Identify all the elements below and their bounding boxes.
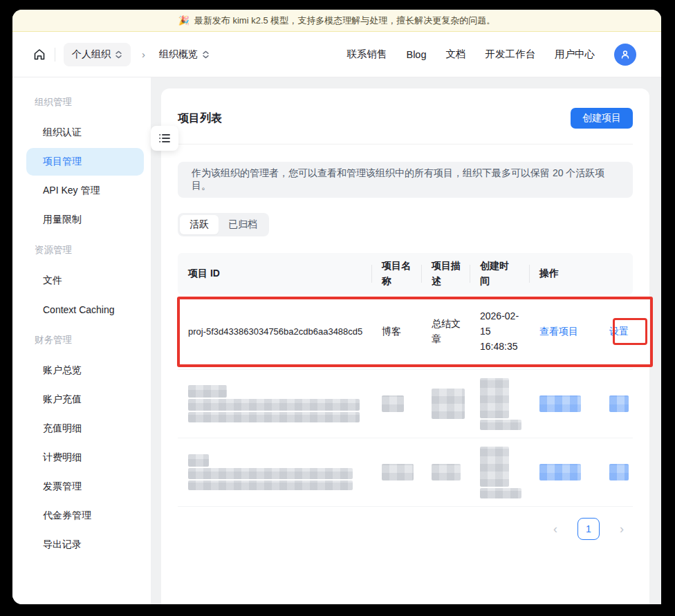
cell-created-at-redacted [470, 447, 529, 498]
person-icon [620, 49, 631, 60]
settings-link[interactable]: 设置 [609, 326, 629, 338]
cell-actions-redacted [529, 464, 633, 480]
org-switcher[interactable]: 个人组织 [64, 43, 131, 66]
pagination: ‹ 1 › [178, 518, 633, 540]
sidebar-item-files[interactable]: 文件 [26, 267, 144, 295]
sidebar-item-invoice[interactable]: 发票管理 [26, 473, 144, 501]
pagination-prev-icon[interactable]: ‹ [544, 518, 566, 540]
table-row-redacted [178, 369, 633, 438]
pagination-next-icon[interactable]: › [611, 518, 633, 540]
create-project-button[interactable]: 创建项目 [571, 108, 633, 129]
divider [55, 48, 55, 62]
top-nav: 联系销售 Blog 文档 开发工作台 用户中心 [346, 44, 636, 66]
sidebar-group-finance: 财务管理 [26, 325, 144, 355]
admin-notice-text: 作为该组织的管理者，您可以查看和管理该组织中的所有项目，组织下最多可以保留 20… [192, 167, 619, 192]
tab-active[interactable]: 活跃 [180, 215, 219, 234]
table-row-redacted [178, 438, 633, 507]
breadcrumb-separator: › [139, 48, 148, 60]
pagination-page-1[interactable]: 1 [577, 518, 600, 540]
table-header-row: 项目 ID 项目名称 项目描述 创建时间 操作 [178, 253, 633, 295]
sidebar-item-usage-limit[interactable]: 用量限制 [26, 206, 144, 234]
app-body: 组织管理 组织认证 项目管理 API Key 管理 用量限制 资源管理 文件 C… [12, 77, 661, 604]
sidebar-item-voucher[interactable]: 代金券管理 [26, 502, 144, 530]
sidebar: 组织管理 组织认证 项目管理 API Key 管理 用量限制 资源管理 文件 C… [12, 77, 151, 604]
sidebar-item-api-key[interactable]: API Key 管理 [26, 177, 144, 205]
breadcrumb: 个人组织 › 组织概览 [33, 43, 212, 66]
col-project-name: 项目名称 [371, 259, 421, 288]
cell-project-name-redacted [371, 464, 421, 480]
sort-chevrons-icon [202, 50, 210, 59]
cell-project-name-redacted [371, 395, 421, 412]
projects-table: 项目 ID 项目名称 项目描述 创建时间 操作 proj-5f3d4338630… [178, 253, 633, 507]
cell-project-name: 博客 [371, 326, 421, 338]
sidebar-item-recharge-details[interactable]: 充值明细 [26, 415, 144, 442]
cell-project-desc-redacted [421, 464, 470, 480]
cell-project-id: proj-5f3d433863034756ba2cdb6aa3488cd5 [178, 325, 371, 339]
top-bar: 个人组织 › 组织概览 联系销售 Blog 文档 开发工作台 [12, 32, 661, 77]
nav-docs[interactable]: 文档 [446, 48, 466, 61]
app-window: 🎉 最新发布 kimi k2.5 模型，支持多模态理解与处理，擅长解决更复杂的问… [12, 10, 661, 604]
sort-chevrons-icon [115, 50, 122, 59]
org-switcher-label: 个人组织 [72, 48, 111, 61]
view-project-link[interactable]: 查看项目 [539, 326, 578, 338]
view-project-link-redacted[interactable] [539, 464, 581, 480]
screenshot-stage: 🎉 最新发布 kimi k2.5 模型，支持多模态理解与处理，擅长解决更复杂的问… [0, 0, 675, 616]
cell-project-desc-redacted [421, 389, 470, 419]
sidebar-group-resource: 资源管理 [26, 235, 144, 265]
sidebar-item-org-auth[interactable]: 组织认证 [26, 119, 144, 147]
sidebar-item-recharge[interactable]: 账户充值 [26, 386, 144, 413]
list-icon [158, 133, 171, 144]
sidebar-item-billing-details[interactable]: 计费明细 [26, 444, 144, 472]
status-tabs: 活跃 已归档 [178, 213, 269, 236]
col-created-at: 创建时间 [470, 259, 529, 288]
sidebar-item-account-overview[interactable]: 账户总览 [26, 357, 144, 384]
cell-created-at-redacted [470, 378, 529, 430]
tab-archived[interactable]: 已归档 [219, 215, 267, 234]
table-row-project-blog: proj-5f3d433863034756ba2cdb6aa3488cd5 博客… [178, 295, 633, 369]
settings-link-redacted[interactable] [609, 464, 629, 480]
col-actions: 操作 [529, 268, 633, 280]
cell-actions-redacted [529, 395, 633, 412]
sidebar-item-export-records[interactable]: 导出记录 [26, 531, 144, 559]
cell-created-at: 2026-02-15 16:48:35 [470, 309, 529, 354]
avatar[interactable] [614, 44, 636, 66]
sidebar-collapse-button[interactable] [151, 126, 178, 151]
announcement-text: 最新发布 kimi k2.5 模型，支持多模态理解与处理，擅长解决更复杂的问题。 [194, 15, 496, 27]
nav-blog[interactable]: Blog [406, 49, 426, 60]
page-title: 项目列表 [178, 111, 222, 126]
nav-contact-sales[interactable]: 联系销售 [346, 48, 387, 61]
sidebar-group-org: 组织管理 [26, 87, 144, 118]
sidebar-item-context-caching[interactable]: Context Caching [26, 296, 144, 324]
view-project-link-redacted[interactable] [539, 395, 581, 412]
nav-user-center[interactable]: 用户中心 [555, 48, 595, 61]
admin-notice: 作为该组织的管理者，您可以查看和管理该组织中的所有项目，组织下最多可以保留 20… [178, 162, 633, 198]
col-project-desc: 项目描述 [421, 259, 470, 288]
section-switcher[interactable]: 组织概览 [156, 48, 212, 61]
card-header: 项目列表 创建项目 [178, 88, 633, 144]
settings-link-redacted[interactable] [609, 395, 629, 412]
home-icon[interactable] [33, 48, 46, 62]
project-list-card: 项目列表 创建项目 作为该组织的管理者，您可以查看和管理该组织中的所有项目，组织… [161, 88, 649, 604]
cell-project-id-redacted [178, 385, 371, 422]
announcement-banner: 🎉 最新发布 kimi k2.5 模型，支持多模态理解与处理，擅长解决更复杂的问… [12, 10, 661, 32]
sidebar-item-project-mgmt[interactable]: 项目管理 [26, 148, 144, 176]
col-project-id: 项目 ID [178, 268, 371, 280]
section-switcher-label: 组织概览 [159, 48, 198, 61]
main-area: 项目列表 创建项目 作为该组织的管理者，您可以查看和管理该组织中的所有项目，组织… [151, 77, 661, 604]
nav-console[interactable]: 开发工作台 [486, 48, 536, 61]
party-popper-icon: 🎉 [178, 15, 189, 26]
cell-project-id-redacted [178, 454, 371, 490]
cell-project-desc: 总结文章 [421, 317, 470, 346]
cell-actions: 查看项目 设置 [529, 326, 633, 338]
